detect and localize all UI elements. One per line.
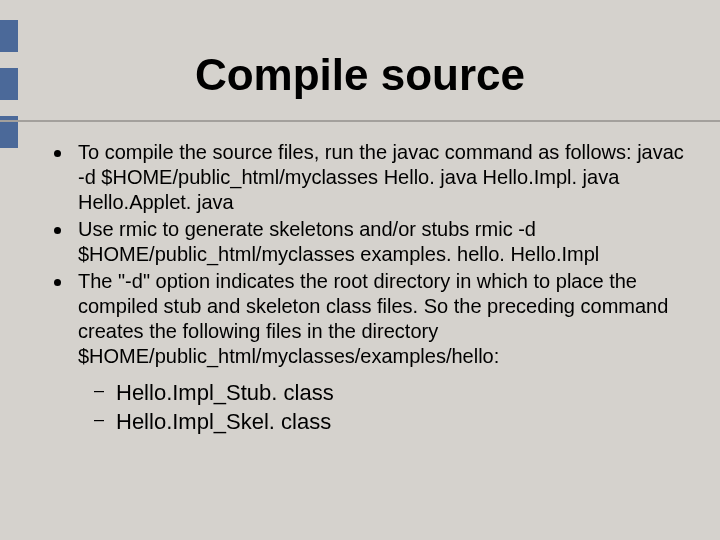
slide-title: Compile source	[0, 50, 720, 100]
sub-bullet-item: Hello.Impl_Stub. class	[88, 379, 696, 408]
slide-content: To compile the source files, run the jav…	[40, 140, 696, 436]
sub-bullet-list: Hello.Impl_Stub. class Hello.Impl_Skel. …	[88, 379, 696, 436]
marker	[0, 20, 18, 52]
bullet-list: To compile the source files, run the jav…	[40, 140, 696, 369]
sub-bullet-item: Hello.Impl_Skel. class	[88, 408, 696, 437]
bullet-item: The "-d" option indicates the root direc…	[40, 269, 696, 369]
bullet-item: Use rmic to generate skeletons and/or st…	[40, 217, 696, 267]
title-divider	[0, 120, 720, 122]
bullet-item: To compile the source files, run the jav…	[40, 140, 696, 215]
